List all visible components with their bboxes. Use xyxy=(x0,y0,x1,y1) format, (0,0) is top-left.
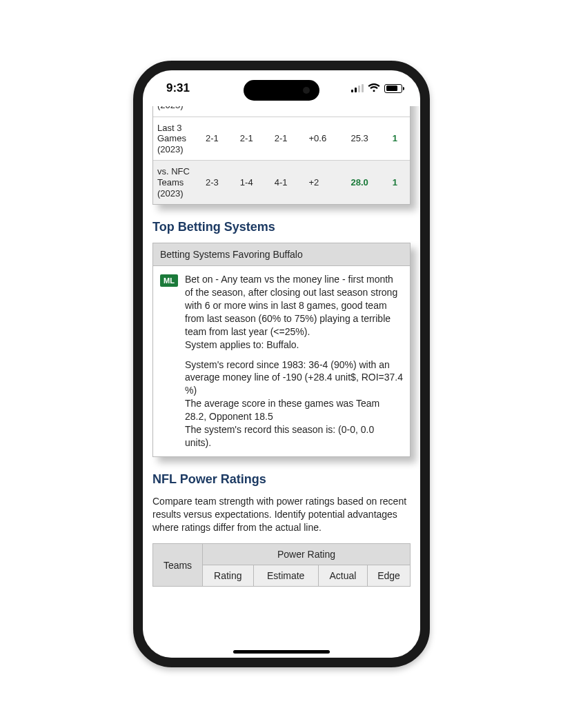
system-record: System's record since 1983: 36-4 (90%) w… xyxy=(185,359,403,396)
stat-cell: 2-3 xyxy=(201,161,236,204)
stat-label: vs. NFC Teams (2023) xyxy=(153,161,201,204)
power-ratings-heading: NFL Power Ratings xyxy=(152,472,411,487)
game-stats-card: (2023) Last 3 Games (2023) 2-1 2-1 2-1 +… xyxy=(152,106,411,205)
cellular-icon xyxy=(351,84,364,92)
power-rating-merged-header: Power Rating xyxy=(203,544,411,565)
col-actual: Actual xyxy=(318,565,367,587)
stat-cell: 4-1 xyxy=(270,161,305,204)
stat-cell: 2-1 xyxy=(201,117,236,161)
power-ratings-table: Teams Power Rating Rating Estimate Actua… xyxy=(152,543,411,587)
betting-system-text: Bet on - Any team vs the money line - fi… xyxy=(185,273,403,449)
system-description: Bet on - Any team vs the money line - fi… xyxy=(185,274,397,337)
system-avg-score: The average score in these games was Tea… xyxy=(185,398,379,422)
status-time: 9:31 xyxy=(166,81,190,95)
stat-cell: 25.3 xyxy=(346,117,388,161)
table-row: Teams Power Rating xyxy=(153,544,411,565)
table-row[interactable]: vs. NFC Teams (2023) 2-3 1-4 4-1 +2 28.0… xyxy=(153,161,410,204)
page-content[interactable]: (2023) Last 3 Games (2023) 2-1 2-1 2-1 +… xyxy=(143,106,420,658)
col-estimate: Estimate xyxy=(253,565,318,587)
phone-frame: 9:31 (2023) xyxy=(133,61,430,667)
stat-label: (2023) xyxy=(153,106,201,117)
col-teams: Teams xyxy=(153,544,203,587)
stat-cell: +2 xyxy=(304,161,346,204)
stat-cell: 2-1 xyxy=(236,117,270,161)
betting-systems-card: Betting Systems Favoring Buffalo ML Bet … xyxy=(152,243,411,457)
status-indicators xyxy=(351,83,402,93)
betting-system-item[interactable]: ML Bet on - Any team vs the money line -… xyxy=(153,266,410,456)
moneyline-badge: ML xyxy=(160,274,178,287)
col-rating: Rating xyxy=(203,565,254,587)
system-applies: System applies to: Buffalo. xyxy=(185,339,299,350)
table-row: (2023) xyxy=(153,106,410,117)
game-stats-table: (2023) Last 3 Games (2023) 2-1 2-1 2-1 +… xyxy=(153,106,410,204)
dynamic-island xyxy=(244,80,319,101)
stat-cell: +0.6 xyxy=(304,117,346,161)
stat-cell: 1-4 xyxy=(236,161,270,204)
home-indicator xyxy=(233,650,330,654)
battery-icon xyxy=(384,84,402,93)
power-ratings-intro: Compare team strength with power ratings… xyxy=(152,495,411,534)
wifi-icon xyxy=(368,83,380,93)
stat-cell: 2-1 xyxy=(270,117,305,161)
stat-label: Last 3 Games (2023) xyxy=(153,117,201,161)
stat-cell: 28.0 xyxy=(346,161,388,204)
screen: 9:31 (2023) xyxy=(143,70,420,658)
betting-systems-panel-title: Betting Systems Favoring Buffalo xyxy=(153,243,410,266)
col-edge: Edge xyxy=(368,565,411,587)
system-season-record: The system's record this season is: (0-0… xyxy=(185,424,374,448)
betting-systems-heading: Top Betting Systems xyxy=(152,220,411,234)
stat-cell: 1 xyxy=(388,117,410,161)
table-row[interactable]: Last 3 Games (2023) 2-1 2-1 2-1 +0.6 25.… xyxy=(153,117,410,161)
stat-cell: 1 xyxy=(388,161,410,204)
